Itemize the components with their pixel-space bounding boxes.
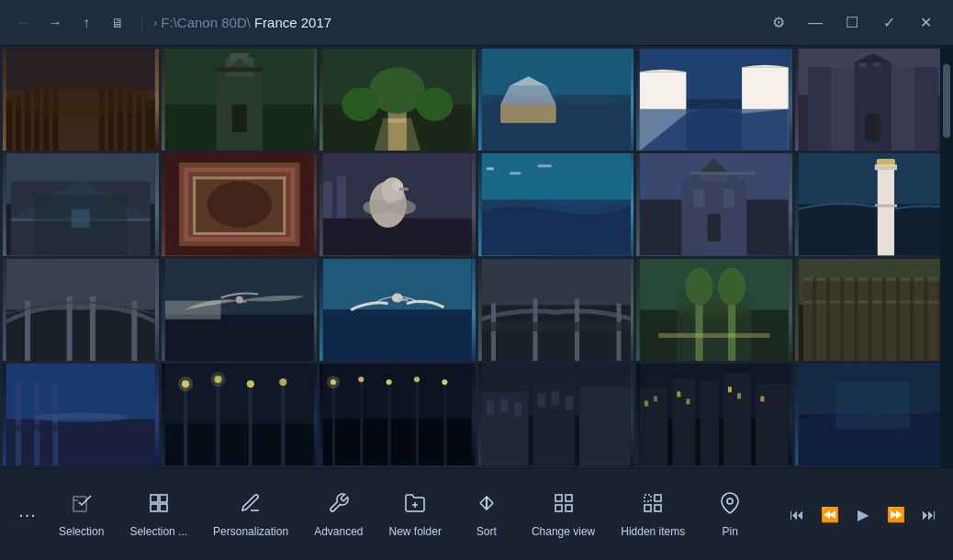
new-folder-icon (404, 492, 426, 518)
svg-rect-66 (193, 232, 286, 235)
svg-rect-95 (694, 189, 705, 207)
photo-5[interactable] (636, 49, 792, 151)
toolbar-selection-mode[interactable]: Selection ... (117, 474, 200, 556)
photo-9[interactable] (320, 153, 476, 255)
svg-rect-144 (802, 277, 942, 361)
svg-rect-240 (655, 495, 661, 501)
selection-label: Selection (59, 525, 104, 538)
change-view-icon (553, 492, 575, 518)
svg-point-243 (727, 498, 733, 504)
photo-22[interactable] (478, 364, 634, 465)
photo-15[interactable] (320, 259, 476, 361)
photo-16[interactable] (478, 259, 634, 361)
last-button[interactable]: ⏭ (914, 500, 944, 530)
toolbar-new-folder[interactable]: New folder (376, 474, 454, 556)
svg-rect-36 (500, 105, 556, 123)
prev-button[interactable]: ⏪ (815, 500, 845, 530)
file-path: › F:\Canon 80D\ France 2017 (153, 15, 755, 30)
settings-button[interactable]: ⚙ (762, 6, 795, 39)
checkmark-button[interactable]: ✓ (872, 6, 905, 39)
toolbar-hidden-items[interactable]: Hidden items (608, 474, 698, 556)
svg-rect-59 (72, 209, 90, 228)
window-actions: ⚙ — ☐ ✓ ✕ (762, 6, 942, 39)
svg-point-192 (442, 379, 447, 385)
svg-rect-210 (701, 382, 719, 465)
svg-rect-82 (481, 153, 630, 200)
selection-mode-label: Selection ... (129, 525, 187, 538)
photo-24[interactable] (795, 364, 951, 465)
photo-7[interactable] (3, 153, 159, 255)
svg-rect-214 (654, 396, 657, 401)
photo-23[interactable] (636, 364, 792, 465)
svg-rect-158 (6, 364, 155, 420)
svg-rect-93 (690, 172, 756, 174)
svg-point-135 (677, 300, 751, 319)
svg-rect-47 (807, 67, 830, 151)
svg-rect-120 (323, 309, 472, 361)
back-button[interactable]: ← (11, 10, 37, 36)
photo-2[interactable] (162, 49, 318, 151)
svg-rect-227 (151, 495, 158, 502)
next-button[interactable]: ⏩ (881, 500, 911, 530)
svg-point-163 (34, 412, 127, 421)
toolbar-selection[interactable]: Selection (46, 474, 117, 556)
photo-18[interactable] (795, 259, 951, 361)
first-button[interactable]: ⏮ (782, 500, 812, 530)
photo-21[interactable] (320, 364, 476, 465)
svg-rect-102 (876, 159, 894, 166)
svg-rect-34 (481, 49, 630, 95)
svg-rect-154 (910, 277, 914, 361)
toolbar-advanced[interactable]: Advanced (301, 474, 376, 556)
svg-rect-237 (555, 505, 562, 511)
photo-20[interactable] (162, 364, 318, 465)
path-chevron: › (153, 16, 157, 29)
photo-grid (0, 46, 953, 468)
photo-14[interactable] (162, 259, 318, 361)
more-options-button[interactable]: ··· (9, 474, 46, 556)
maximize-button[interactable]: ☐ (835, 6, 869, 39)
svg-point-139 (718, 268, 746, 305)
svg-point-186 (358, 376, 364, 382)
svg-rect-208 (640, 386, 667, 465)
toolbar-change-view[interactable]: Change view (519, 474, 608, 556)
svg-rect-218 (737, 393, 741, 398)
photo-13[interactable] (3, 259, 159, 361)
photo-10[interactable] (478, 153, 634, 255)
photo-6[interactable] (795, 49, 951, 151)
toolbar-personalization[interactable]: Personalization (200, 474, 301, 556)
scrollbar[interactable] (940, 46, 953, 468)
svg-rect-238 (566, 505, 572, 511)
svg-rect-236 (566, 495, 572, 501)
svg-rect-122 (399, 298, 409, 300)
scrollbar-thumb[interactable] (943, 64, 950, 138)
toolbar-pin[interactable]: Pin (698, 474, 762, 556)
photo-1[interactable] (3, 49, 159, 151)
photo-17[interactable] (636, 259, 792, 361)
title-bar: ← → ↑ 🖥 › F:\Canon 80D\ France 2017 ⚙ — … (0, 0, 953, 46)
svg-rect-85 (510, 172, 521, 174)
svg-rect-151 (868, 277, 871, 361)
photo-4[interactable] (478, 49, 634, 151)
selection-mode-icon (148, 492, 170, 518)
photo-3[interactable] (320, 49, 476, 151)
svg-rect-113 (164, 314, 313, 361)
photo-19[interactable] (3, 364, 159, 465)
up-button[interactable]: ↑ (73, 10, 99, 36)
svg-rect-109 (90, 296, 95, 361)
svg-rect-23 (216, 67, 263, 72)
svg-rect-228 (160, 495, 167, 502)
svg-rect-48 (914, 67, 937, 151)
photo-12[interactable] (795, 153, 951, 255)
close-button[interactable]: ✕ (909, 6, 942, 39)
svg-rect-187 (388, 380, 391, 465)
toolbar-sort[interactable]: Sort (454, 474, 519, 556)
svg-rect-99 (798, 205, 947, 256)
svg-rect-215 (677, 391, 680, 397)
minimize-button[interactable]: — (799, 6, 832, 39)
monitor-button[interactable]: 🖥 (105, 10, 130, 36)
photo-8[interactable] (162, 153, 318, 255)
photo-11[interactable] (636, 153, 792, 255)
hidden-items-label: Hidden items (621, 525, 685, 538)
play-button[interactable]: ▶ (848, 500, 878, 530)
forward-button[interactable]: → (42, 10, 68, 36)
